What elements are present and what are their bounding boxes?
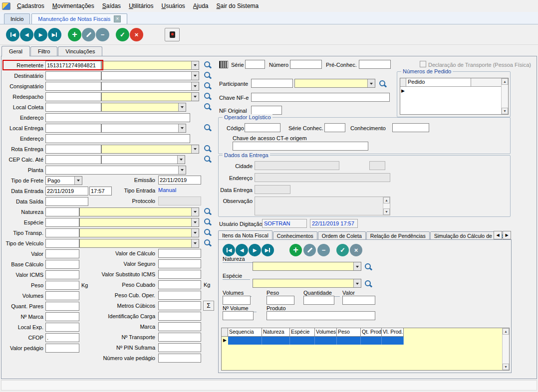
edit-item-button[interactable] [303, 244, 316, 256]
peso-cub-oper-input[interactable] [158, 291, 201, 300]
scroll-up-button[interactable]: ▲ [503, 328, 509, 335]
search-icon[interactable] [204, 82, 212, 90]
tipo-veiculo-input[interactable] [45, 239, 79, 248]
data-entrada-input[interactable] [45, 187, 88, 196]
pedidos-grid[interactable]: Pedido ▶ ▲ ▼ [400, 78, 509, 115]
cfop-input[interactable] [45, 333, 79, 342]
tab-inicio[interactable]: Início [4, 13, 30, 24]
natureza-combo[interactable] [79, 207, 199, 216]
search-icon[interactable] [204, 155, 212, 163]
codigo-input[interactable] [245, 123, 280, 132]
numero-vale-pedagio-input[interactable] [158, 354, 201, 363]
column-header[interactable]: Espécie [290, 328, 315, 337]
dropdown-arrow-icon[interactable] [353, 279, 361, 287]
scroll-down-button[interactable]: ▼ [383, 208, 390, 215]
menu-sair-do-sistema[interactable]: Sair do Sistema [213, 0, 263, 11]
search-icon[interactable] [364, 263, 372, 271]
selected-row[interactable] [228, 337, 404, 345]
endereco-entrega-input[interactable] [45, 134, 190, 143]
column-header[interactable]: Volumes [315, 328, 337, 337]
participante-combo[interactable] [294, 79, 375, 88]
chave-cte-input[interactable] [233, 142, 368, 151]
tab-conhecimentos[interactable]: Conhecimentos [273, 231, 317, 239]
n-marca-input[interactable] [45, 312, 79, 321]
numero-input[interactable] [290, 60, 322, 69]
local-exp-input[interactable] [45, 323, 79, 332]
planta-combo[interactable] [45, 166, 186, 175]
local-coleta-input[interactable] [45, 103, 101, 112]
first-record-button[interactable]: ◀ [6, 28, 19, 41]
dropdown-arrow-icon[interactable] [177, 156, 185, 164]
next-record-button[interactable]: ▶ [34, 28, 47, 41]
dropdown-arrow-icon[interactable] [191, 239, 199, 247]
dropdown-arrow-icon[interactable] [74, 177, 82, 185]
prev-item-button[interactable]: ◀ [236, 244, 248, 256]
identificacao-carga-input[interactable] [158, 312, 201, 321]
item-natureza-combo[interactable] [253, 262, 361, 271]
especie-input[interactable] [45, 218, 79, 227]
data-saida-input[interactable] [45, 197, 88, 206]
dropdown-arrow-icon[interactable] [191, 208, 199, 216]
tab-filtro[interactable]: Filtro [30, 46, 57, 56]
valor-pedagio-input[interactable] [45, 344, 79, 353]
first-item-button[interactable]: ◀ [223, 244, 235, 256]
search-icon[interactable] [204, 239, 212, 247]
dropdown-arrow-icon[interactable] [191, 145, 199, 153]
search-icon[interactable] [379, 80, 387, 88]
cancel-button[interactable]: × [130, 28, 143, 41]
edit-button[interactable] [82, 28, 95, 41]
last-item-button[interactable]: ▶ [262, 244, 274, 256]
scroll-down-button[interactable]: ▼ [503, 364, 509, 370]
tabs-scroll-left-button[interactable]: ◀ [494, 231, 502, 239]
delete-item-button[interactable]: − [317, 244, 330, 256]
prev-record-button[interactable]: ◀ [20, 28, 33, 41]
valor-seguro-input[interactable] [158, 259, 201, 268]
delete-button[interactable]: − [96, 28, 109, 41]
scroll-up-button[interactable]: ▲ [502, 78, 508, 85]
serie-conhec-input[interactable] [324, 123, 345, 132]
declaracao-checkbox[interactable] [420, 61, 426, 67]
chave-nfe-input[interactable] [251, 93, 390, 102]
n-pin-suframa-input[interactable] [158, 343, 201, 352]
cep-calc-combo[interactable] [101, 155, 185, 164]
especie-combo[interactable] [79, 218, 199, 227]
search-icon[interactable] [204, 103, 212, 111]
search-icon[interactable] [204, 207, 212, 215]
menu-saidas[interactable]: Saídas [98, 0, 125, 11]
peso-cubado-input[interactable] [158, 280, 201, 289]
peso-input[interactable] [45, 281, 79, 290]
participante-input[interactable] [251, 79, 293, 88]
itens-grid[interactable]: Sequencia Natureza Espécie Volumes Peso … [221, 328, 510, 371]
quant-pares-input[interactable] [45, 302, 79, 311]
natureza-input[interactable] [45, 207, 79, 216]
tabs-scroll-right-button[interactable]: ▶ [503, 231, 511, 239]
local-entrega-input[interactable] [45, 124, 101, 133]
menu-usuarios[interactable]: Usuários [157, 0, 189, 11]
dropdown-arrow-icon[interactable] [191, 93, 199, 101]
dropdown-arrow-icon[interactable] [191, 82, 199, 90]
volumes-input[interactable] [45, 291, 79, 300]
dropdown-arrow-icon[interactable] [367, 79, 375, 87]
rota-entrega-combo[interactable] [101, 145, 199, 154]
tab-ordem-coleta[interactable]: Ordem de Coleta [318, 231, 366, 239]
last-record-button[interactable]: ▶ [48, 28, 61, 41]
search-icon[interactable] [204, 61, 212, 69]
item-especie-combo[interactable] [253, 279, 361, 288]
pedido-column-header[interactable]: Pedido [406, 78, 471, 87]
pre-conhec-input[interactable] [359, 60, 391, 69]
dropdown-arrow-icon[interactable] [353, 262, 361, 270]
column-header[interactable]: Vl. Prod. [382, 328, 404, 337]
close-icon[interactable]: × [114, 15, 121, 22]
dropdown-arrow-icon[interactable] [191, 218, 199, 226]
data-entrada-time-input[interactable] [89, 187, 112, 196]
scrollbar[interactable]: ▲ ▼ [383, 197, 390, 215]
base-calculo-input[interactable] [45, 260, 79, 269]
dropdown-arrow-icon[interactable] [178, 103, 186, 111]
redespacho-combo[interactable] [101, 92, 199, 101]
scrollbar[interactable]: ▲ ▼ [502, 328, 509, 370]
remetente-input[interactable] [45, 61, 101, 70]
emissao-input[interactable] [158, 176, 201, 185]
valor-calculo-input[interactable] [158, 249, 201, 258]
metros-cubicos-input[interactable] [158, 301, 201, 310]
local-coleta-combo[interactable] [101, 103, 186, 112]
